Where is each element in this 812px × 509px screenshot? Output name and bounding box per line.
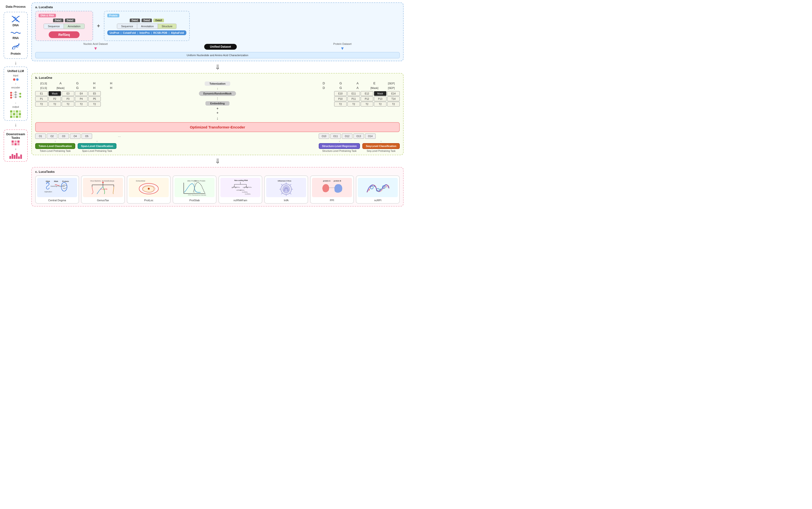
genustax-label: GenusTax xyxy=(97,199,109,202)
output-left: O1 O2 O3 O4 O5 ↓ Token-Level Classificat… xyxy=(35,134,117,152)
input-dots xyxy=(13,78,19,81)
p-row-left: P1 P2 P3 P4 P5 xyxy=(35,96,193,101)
infa-label: InfA xyxy=(284,199,289,202)
e-token: E xyxy=(366,81,383,85)
p11-cell: P11 xyxy=(348,96,360,101)
task-genustax: Virus Bacteria Archaea Eukarya ● LuCA xyxy=(81,175,125,204)
tokenization-box: Tokenization xyxy=(205,81,230,86)
ppi-img: protein A protein B xyxy=(312,178,352,197)
protein-label: Protein xyxy=(10,52,21,56)
characterization-bar: Uniform Nucleotide and Amino Acid Charac… xyxy=(35,52,400,58)
protein-dataset-label: Protein Dataset xyxy=(333,42,352,45)
grid-cell xyxy=(19,113,21,115)
seq-level-group: ↓ Seq-Level Classification Seq-Level Pre… xyxy=(362,140,400,152)
mask-token-2: [Mask] xyxy=(366,86,383,90)
token-level-group: ↓ Token-Level Classification Token-Level… xyxy=(35,140,75,152)
dna-label: DNA xyxy=(12,24,19,27)
o2: O2 xyxy=(47,134,57,139)
protloc-img: Extracellular xyxy=(129,178,169,197)
output-right: O10 O11 O12 O13 O14 ↓ Structure-Level Re… xyxy=(319,134,400,152)
section-b-label: b. LucaOne xyxy=(35,76,400,79)
output-cells-left: O1 O2 O3 O4 O5 xyxy=(35,134,92,139)
central-dogma-img: DNA RNA Protein transcript translate rep xyxy=(37,178,77,197)
data1-tab: Data1 xyxy=(53,19,63,22)
svg-point-93 xyxy=(386,186,387,187)
protein-item: Protein xyxy=(10,43,21,56)
mini-bar-chart xyxy=(9,151,23,159)
protein-box: Protein Data1 Data2 Data3 xyxy=(104,11,190,41)
p-data1-container: Data1 xyxy=(130,19,140,22)
o4: O4 xyxy=(70,134,80,139)
svg-point-9 xyxy=(15,94,17,96)
bar-1 xyxy=(9,156,11,159)
o11: O11 xyxy=(330,134,341,139)
downstream-label: Downstream Tasks xyxy=(6,132,25,140)
dna-rna-tabs: Data1 Data2 xyxy=(53,19,75,22)
interpro-label: InterPro xyxy=(139,31,150,34)
uniprot-label: UniProt xyxy=(110,31,119,34)
ncrpi-img xyxy=(358,178,398,197)
p2-cell: P2 xyxy=(48,96,61,101)
grid-cell xyxy=(10,110,12,112)
a-token-2: A xyxy=(349,81,366,85)
center-labels: Tokenization ↓ DynamicRandomMask ⋮ Embed… xyxy=(193,81,241,121)
section-bc-arrow: ⇓ xyxy=(31,157,403,165)
o5: O5 xyxy=(82,134,92,139)
sep4: | xyxy=(169,31,169,34)
svg-text:FITC Fluorescence Intensity: FITC Fluorescence Intensity xyxy=(188,194,206,196)
p4-cell: P4 xyxy=(75,96,88,101)
task-ncrnafam: Non-coding RNA miRNAs tRNAs snRNAs ncRN xyxy=(219,175,262,204)
d-token-2: D xyxy=(315,86,332,90)
sequence-cell: Sequence xyxy=(44,24,64,29)
protstab-img: After Protein Before Protein Fraction xyxy=(174,178,215,197)
b-right-area: D G A E [SEP] D G A [Mask] [SEP] xyxy=(241,81,400,106)
svg-point-8 xyxy=(15,91,17,93)
t-row-left: T2 T2 T2 T2 T2 xyxy=(35,102,193,106)
grid-cell xyxy=(16,116,18,118)
h-token-3: H xyxy=(86,86,103,90)
bar-4 xyxy=(16,153,18,159)
p3-cell: P3 xyxy=(62,96,74,101)
genustax-svg: Virus Bacteria Archaea Eukarya ● LuCA xyxy=(90,179,116,196)
downstream-section: Downstream Tasks ↓ xyxy=(4,129,28,162)
tasks-row: DNA RNA Protein transcript translate rep xyxy=(35,175,400,204)
protein-tabs: Data1 Data2 Data3 xyxy=(130,19,164,22)
o1: O1 xyxy=(35,134,46,139)
ppi-label: PPI xyxy=(330,199,334,202)
e3-cell: E3 xyxy=(62,91,74,96)
t2-cell-2: T2 xyxy=(48,102,61,106)
t2-cell-1: T2 xyxy=(35,102,48,106)
embedding-box: Embedding xyxy=(205,101,229,106)
output-label: output xyxy=(12,106,19,108)
center-down-arrow: ↓ xyxy=(217,116,219,121)
p-row-right: P10 P11 P12 P13 T14 xyxy=(241,96,400,101)
emb-rows-left: E1 Mask E3 E4 E5 P1 P2 P3 P4 P5 xyxy=(35,91,193,106)
section-c-label: c. LucaTasks xyxy=(35,170,400,173)
protein-col: Protein Dataset ▼ xyxy=(333,42,352,51)
grid-cell xyxy=(16,110,18,112)
mask-token: [Mask] xyxy=(52,86,69,90)
svg-point-40 xyxy=(102,182,104,183)
data2-tab-container: Data2 xyxy=(65,19,75,22)
task-ncrpi: ncRPI xyxy=(356,175,400,204)
svg-text:lncRNAs: lncRNAs xyxy=(245,193,251,195)
databases-row: UniProt | ColabFold | InterPro | RCSB-PD… xyxy=(107,30,186,35)
small-down-arrow-2: ↓ xyxy=(15,101,17,104)
sep-token-2: [SEP] xyxy=(383,86,400,90)
classification-row-left: ↓ Token-Level Classification Token-Level… xyxy=(35,140,117,152)
mask-cell-right: Mask xyxy=(374,91,387,96)
svg-point-92 xyxy=(380,189,381,190)
section-b: b. LucaOne [CLS] A G H H [CLS] [Mask] xyxy=(31,73,403,155)
t2-cell-4: T2 xyxy=(75,102,88,106)
grid-cell xyxy=(13,116,15,118)
svg-text:tRNAs: tRNAs xyxy=(236,186,240,188)
h-token-4: H xyxy=(103,86,120,90)
protloc-label: ProtLoc xyxy=(144,199,153,202)
t2-cell-r4: T2 xyxy=(374,102,387,106)
infa-svg: Influenza A Virus xyxy=(273,179,299,196)
p12-cell: P12 xyxy=(361,96,373,101)
e11-cell: E11 xyxy=(348,91,360,96)
span-level-group: ↓ Span-Level Classification Span-Level P… xyxy=(78,140,117,152)
o14: O14 xyxy=(365,134,376,139)
lucadata-top-row: DNA & RNA Data1 Data2 Sequence xyxy=(35,11,400,41)
